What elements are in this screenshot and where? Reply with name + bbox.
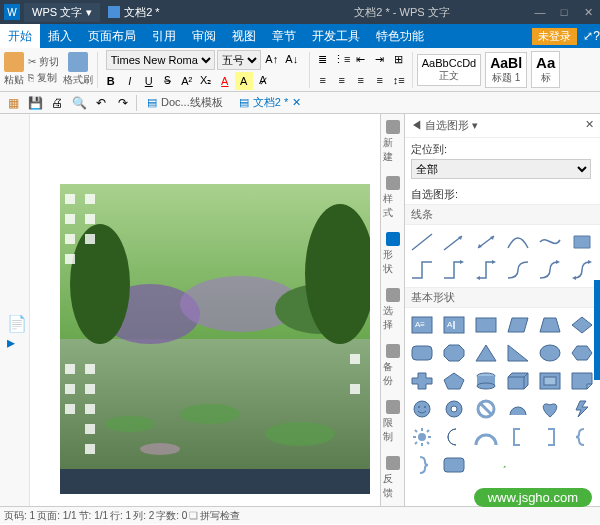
bullets-button[interactable]: ≣ <box>314 51 332 69</box>
shape-diamond[interactable] <box>567 312 597 338</box>
panel-close-icon[interactable]: ✕ <box>585 118 594 133</box>
login-button[interactable]: 未登录 <box>532 28 577 45</box>
borders-button[interactable]: ⊞ <box>390 51 408 69</box>
menu-layout[interactable]: 页面布局 <box>80 24 144 48</box>
status-page[interactable]: 页码: 1 <box>4 509 35 523</box>
copy-button[interactable]: ⎘ 复制 <box>28 71 59 85</box>
shape-bracket-r[interactable] <box>535 424 565 450</box>
embedded-image[interactable] <box>60 184 370 494</box>
locate-select[interactable]: 全部 <box>411 159 591 179</box>
font-size-select[interactable]: 五号 <box>217 50 261 70</box>
shape-octagon[interactable] <box>439 340 469 366</box>
menu-view[interactable]: 视图 <box>224 24 264 48</box>
shape-moon[interactable] <box>439 424 469 450</box>
maximize-button[interactable]: □ <box>552 0 576 24</box>
shape-ellipse[interactable] <box>535 340 565 366</box>
menu-refs[interactable]: 引用 <box>144 24 184 48</box>
shape-pentagon[interactable] <box>439 368 469 394</box>
shape-smiley[interactable] <box>407 396 437 422</box>
shape-scribble[interactable] <box>567 229 597 255</box>
menu-insert[interactable]: 插入 <box>40 24 80 48</box>
shape-cube[interactable] <box>503 368 533 394</box>
italic-button[interactable]: I <box>121 72 139 90</box>
sub-button[interactable]: X₂ <box>197 72 215 90</box>
shape-arc2[interactable] <box>471 424 501 450</box>
shape-rectangle[interactable] <box>471 312 501 338</box>
sidebar-style[interactable]: 样式 <box>381 170 404 226</box>
menu-review[interactable]: 审阅 <box>184 24 224 48</box>
menu-devtools[interactable]: 开发工具 <box>304 24 368 48</box>
shape-right-triangle[interactable] <box>503 340 533 366</box>
status-section[interactable]: 节: 1/1 <box>79 509 108 523</box>
shape-connector2[interactable] <box>439 257 469 283</box>
sidebar-backup[interactable]: 备份 <box>381 338 404 394</box>
menu-section[interactable]: 章节 <box>264 24 304 48</box>
sidebar-restrict[interactable]: 限制 <box>381 394 404 450</box>
style-heading2[interactable]: Aa标 <box>531 51 560 88</box>
shape-curved-conn2[interactable] <box>535 257 565 283</box>
style-normal[interactable]: AaBbCcDd正文 <box>417 54 481 86</box>
paste-group[interactable]: 粘贴 <box>4 52 24 87</box>
shape-no-symbol[interactable] <box>471 396 501 422</box>
shape-parallelogram[interactable] <box>503 312 533 338</box>
sidebar-select[interactable]: 选择 <box>381 282 404 338</box>
font-color-button[interactable]: A <box>216 72 234 90</box>
shape-arc[interactable] <box>503 396 533 422</box>
shape-vtextbox[interactable]: A‖ <box>439 312 469 338</box>
strike-button[interactable]: S̶ <box>159 72 177 90</box>
shape-sun[interactable] <box>407 424 437 450</box>
align-right-button[interactable]: ≡ <box>352 71 370 89</box>
shape-cross[interactable] <box>407 368 437 394</box>
shape-connector3[interactable] <box>471 257 501 283</box>
status-chars[interactable]: 字数: 0 <box>156 509 187 523</box>
shape-double-arrow[interactable] <box>471 229 501 255</box>
doc-tab-template[interactable]: ▤Doc...线模板 <box>141 95 229 110</box>
shape-curved-conn1[interactable] <box>503 257 533 283</box>
numbering-button[interactable]: ⋮≡ <box>333 51 351 69</box>
shape-triangle[interactable] <box>471 340 501 366</box>
align-center-button[interactable]: ≡ <box>333 71 351 89</box>
shape-textbox[interactable]: A≡ <box>407 312 437 338</box>
font-family-select[interactable]: Times New Roma <box>106 50 215 70</box>
indent-inc-button[interactable]: ⇥ <box>371 51 389 69</box>
close-button[interactable]: ✕ <box>576 0 600 24</box>
doc-tab[interactable]: 文档2 * <box>100 3 167 22</box>
line-spacing-button[interactable]: ↕≡ <box>390 71 408 89</box>
shape-curved-conn3[interactable] <box>567 257 597 283</box>
indent-dec-button[interactable]: ⇤ <box>352 51 370 69</box>
help-icon[interactable]: ? <box>593 29 600 43</box>
preview-icon[interactable]: 🔍 <box>70 94 88 112</box>
menu-start[interactable]: 开始 <box>0 24 40 48</box>
underline-button[interactable]: U <box>140 72 158 90</box>
grow-font-button[interactable]: A↑ <box>263 50 281 68</box>
ribbon-toggle-icon[interactable]: ⤢ <box>583 29 593 43</box>
shape-connector1[interactable] <box>407 257 437 283</box>
sidebar-new[interactable]: 新建 <box>381 114 404 170</box>
style-heading1[interactable]: AaBl标题 1 <box>485 52 527 88</box>
shrink-font-button[interactable]: A↓ <box>283 50 301 68</box>
status-spell[interactable]: 拼写检查 <box>200 509 240 523</box>
doc-tab-current[interactable]: ▤文档2 * ✕ <box>233 95 307 110</box>
shape-line[interactable] <box>407 229 437 255</box>
shape-bracket-l[interactable] <box>503 424 533 450</box>
align-left-button[interactable]: ≡ <box>314 71 332 89</box>
page-nav-icon[interactable]: 📄▸ <box>7 314 23 330</box>
new-icon[interactable]: ▦ <box>4 94 22 112</box>
shape-donut[interactable] <box>439 396 469 422</box>
menu-special[interactable]: 特色功能 <box>368 24 432 48</box>
shape-cylinder[interactable] <box>471 368 501 394</box>
shape-trapezoid[interactable] <box>535 312 565 338</box>
panel-title[interactable]: ◀ 自选图形 ▾ <box>411 118 478 133</box>
shape-lightning[interactable] <box>567 396 597 422</box>
shape-heart[interactable] <box>535 396 565 422</box>
print-icon[interactable]: 🖨 <box>48 94 66 112</box>
shape-arrow[interactable] <box>439 229 469 255</box>
save-icon[interactable]: 💾 <box>26 94 44 112</box>
highlight-button[interactable]: A <box>235 72 253 90</box>
clear-format-button[interactable]: A̷ <box>254 72 272 90</box>
sidebar-shapes[interactable]: 形状 <box>381 226 404 282</box>
undo-icon[interactable]: ↶ <box>92 94 110 112</box>
shape-freeform[interactable] <box>535 229 565 255</box>
document-canvas[interactable] <box>30 114 380 506</box>
shape-folded-corner[interactable] <box>567 368 597 394</box>
